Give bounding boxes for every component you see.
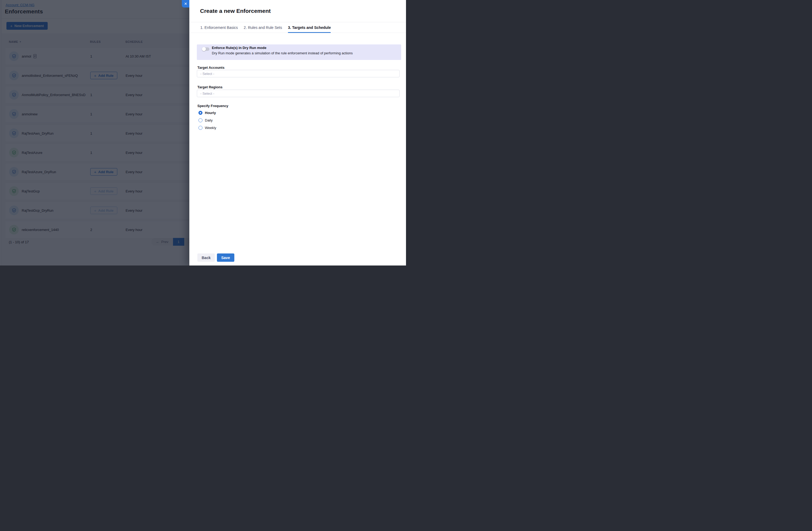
radio-icon — [199, 126, 202, 130]
frequency-radio-hourly[interactable]: Hourly — [199, 111, 216, 115]
radio-label: Weekly — [205, 126, 216, 130]
target-regions-label: Target Regions — [198, 85, 222, 89]
app-root: Account: CCM-NG Enforcements +New Enforc… — [0, 0, 406, 265]
radio-label: Hourly — [205, 111, 216, 115]
dry-run-title: Enforce Rule(s) in Dry Run mode — [212, 46, 266, 50]
frequency-radio-weekly[interactable]: Weekly — [199, 126, 216, 130]
dry-run-toggle[interactable] — [202, 47, 209, 51]
radio-label: Daily — [205, 118, 213, 122]
radio-icon — [199, 111, 202, 115]
create-enforcement-drawer: ✕ Create a new Enforcement 1. Enforcemen… — [189, 0, 406, 265]
target-accounts-label: Target Accounts — [198, 65, 224, 70]
target-accounts-select[interactable]: - Select - — [197, 70, 400, 77]
drawer-title: Create a new Enforcement — [200, 8, 271, 14]
save-button[interactable]: Save — [217, 253, 234, 262]
frequency-label: Specify Frequency — [198, 104, 229, 108]
toggle-knob — [202, 47, 206, 51]
dry-run-description: Dry Run mode generates a simulation of t… — [212, 51, 353, 55]
close-button[interactable]: ✕ — [182, 0, 189, 8]
drawer-tabs: 1. Enforcement Basics2. Rules and Rule S… — [189, 22, 406, 33]
tab-2[interactable]: 2. Rules and Rule Sets — [244, 22, 282, 33]
tab-1[interactable]: 1. Enforcement Basics — [200, 22, 238, 33]
close-icon: ✕ — [184, 2, 187, 5]
dry-run-banner: Enforce Rule(s) in Dry Run mode Dry Run … — [197, 44, 401, 60]
target-regions-select[interactable]: - Select - — [197, 90, 400, 97]
back-button[interactable]: Back — [198, 253, 215, 262]
radio-icon — [199, 118, 202, 122]
frequency-radio-daily[interactable]: Daily — [199, 118, 213, 122]
tab-3[interactable]: 3. Targets and Schedule — [288, 22, 331, 33]
